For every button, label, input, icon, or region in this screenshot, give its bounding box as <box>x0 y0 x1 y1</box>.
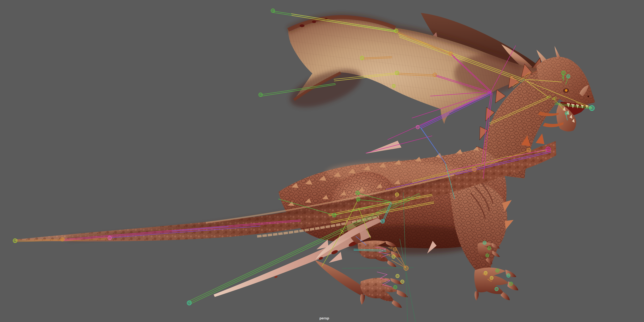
rig-control-circle[interactable] <box>393 248 397 251</box>
rig-control-circle[interactable] <box>566 75 570 78</box>
rig-control-circle[interactable] <box>496 269 499 272</box>
rig-control-circle[interactable] <box>259 93 262 97</box>
rig-control-circle[interactable] <box>495 287 498 291</box>
camera-label: persp <box>319 316 329 320</box>
rig-control-circle[interactable] <box>392 84 395 88</box>
rig-control-circle[interactable] <box>400 280 404 283</box>
rig-control-circle[interactable] <box>527 148 531 152</box>
rig-control-circle[interactable] <box>392 255 396 258</box>
rig-control-circle[interactable] <box>360 56 364 60</box>
rig-control-circle[interactable] <box>486 254 489 257</box>
rig-control-circle[interactable] <box>488 246 491 250</box>
rig-control-circle[interactable] <box>562 71 565 75</box>
rig-control-circle[interactable] <box>394 29 398 33</box>
rig-control-circle[interactable] <box>332 213 336 217</box>
rig-control-circle[interactable] <box>356 191 360 195</box>
rig-control-circle[interactable] <box>565 112 568 115</box>
rig-control-circle[interactable] <box>404 266 408 270</box>
rig-control-circle[interactable] <box>509 282 513 286</box>
nostril <box>588 96 589 97</box>
rig-control-circle[interactable] <box>483 241 486 244</box>
rig-control-circle[interactable] <box>433 73 437 77</box>
rig-control-circle[interactable] <box>396 274 400 278</box>
rig-control-circle[interactable] <box>472 167 476 171</box>
rig-control-circle[interactable] <box>356 197 360 201</box>
rig-control-circle[interactable] <box>395 71 399 75</box>
rig-control-circle[interactable] <box>449 52 452 55</box>
rig-control-circle[interactable] <box>271 9 275 13</box>
rig-control-circle[interactable] <box>13 239 17 243</box>
rig-control-circle[interactable] <box>507 274 510 277</box>
rig-control-circle[interactable] <box>60 237 64 241</box>
rig-control-circle[interactable] <box>394 285 397 289</box>
rig-control-circle[interactable] <box>546 147 550 152</box>
3d-viewport[interactable]: persp <box>0 0 644 322</box>
rig-control-circle[interactable] <box>187 301 192 305</box>
rig-control-circle[interactable] <box>108 236 112 240</box>
rig-control-circle[interactable] <box>381 219 384 223</box>
eye <box>565 89 568 92</box>
viewport-canvas[interactable]: persp <box>0 0 644 322</box>
rig-control-circle[interactable] <box>395 193 399 196</box>
rig-control-circle[interactable] <box>590 106 594 111</box>
rig-control-circle[interactable] <box>416 125 420 129</box>
